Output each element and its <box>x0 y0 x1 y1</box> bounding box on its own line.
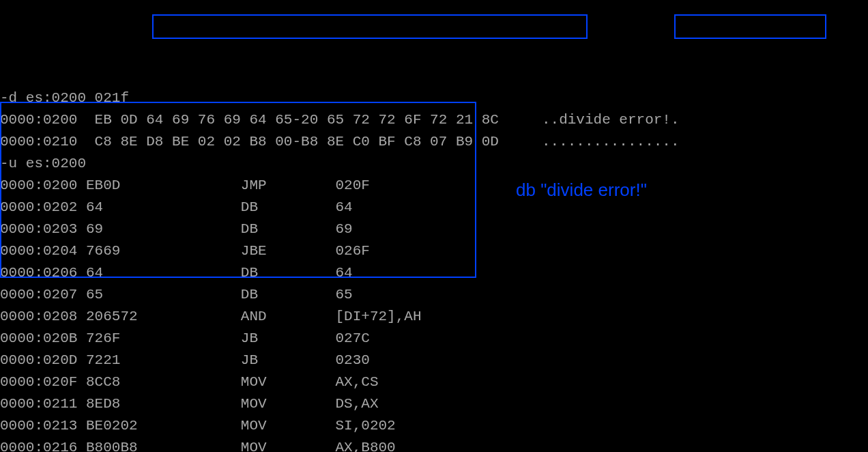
hex-highlight-box <box>152 14 588 39</box>
annotation-label: db "divide error!" <box>516 179 647 201</box>
debug-terminal-output[interactable]: -d es:0200 021f 0000:0200 EB 0D 64 69 76… <box>0 87 868 452</box>
ascii-highlight-box <box>674 14 826 39</box>
